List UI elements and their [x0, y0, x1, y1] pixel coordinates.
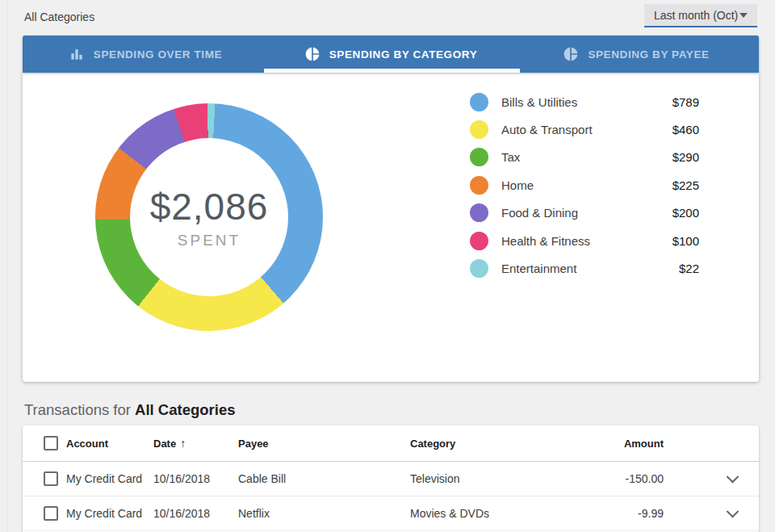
transactions-heading-prefix: Transactions for [24, 401, 135, 418]
cell-category: Television [410, 472, 588, 485]
expand-row-chevron-icon[interactable] [727, 470, 739, 483]
legend-color-dot [470, 232, 488, 250]
legend-item: Entertainment $22 [470, 254, 699, 282]
column-header-category: Category [410, 438, 588, 450]
total-spent-label: SPENT [178, 232, 241, 249]
legend-amount: $789 [672, 95, 699, 109]
legend-color-dot [470, 203, 488, 222]
tab-label: SPENDING BY PAYEE [588, 48, 709, 61]
legend-category-label: Home [501, 178, 672, 192]
cell-payee: Cable Bill [238, 472, 410, 485]
category-legend: Bills & Utilities $789 Auto & Transport … [470, 88, 699, 283]
transactions-table: Account Date↑ Payee Category Amount My C… [23, 425, 759, 532]
expand-row-chevron-icon[interactable] [727, 505, 739, 517]
category-scope-label: All Categories [24, 10, 94, 23]
period-dropdown-value: Last month (Oct) [654, 9, 738, 22]
legend-category-label: Food & Dining [501, 206, 672, 220]
cell-payee: Netflix [238, 507, 410, 520]
period-dropdown[interactable]: Last month (Oct) [644, 4, 757, 27]
legend-color-dot [470, 148, 488, 166]
total-spent-value: $2,086 [150, 185, 269, 228]
legend-amount: $22 [679, 262, 699, 275]
legend-color-dot [470, 259, 488, 278]
legend-amount: $290 [672, 150, 699, 164]
row-checkbox[interactable] [44, 506, 58, 521]
column-header-amount: Amount [588, 438, 664, 450]
select-all-checkbox[interactable] [44, 436, 58, 450]
transaction-row[interactable]: My Credit Card 10/16/2018 Cable Bill Tel… [23, 462, 759, 496]
cell-amount: -150.00 [588, 472, 664, 485]
legend-amount: $225 [672, 178, 699, 192]
row-checkbox[interactable] [44, 471, 58, 486]
spending-tabbar: SPENDING OVER TIME SPENDING BY CATEGORY … [23, 36, 759, 73]
spending-by-category-card: $2,086 SPENT Bills & Utilities $789 Auto… [23, 73, 759, 382]
legend-amount: $460 [672, 123, 699, 136]
legend-amount: $100 [672, 234, 699, 248]
legend-category-label: Entertainment [501, 262, 679, 275]
spending-panel: SPENDING OVER TIME SPENDING BY CATEGORY … [23, 36, 759, 382]
tab-spending-by-category[interactable]: SPENDING BY CATEGORY [268, 36, 513, 73]
legend-category-label: Auto & Transport [501, 123, 672, 136]
legend-category-label: Health & Fitness [501, 234, 672, 248]
dropdown-caret-icon [739, 13, 748, 18]
legend-color-dot [470, 93, 488, 111]
transactions-header-row: Account Date↑ Payee Category Amount [23, 425, 759, 462]
tab-spending-over-time[interactable]: SPENDING OVER TIME [23, 36, 268, 73]
transaction-row[interactable]: My Credit Card 10/16/2018 Netflix Movies… [23, 496, 759, 531]
column-header-date[interactable]: Date↑ [153, 437, 238, 450]
donut-center: $2,086 SPENT [130, 138, 288, 296]
tab-label: SPENDING BY CATEGORY [329, 48, 478, 61]
transactions-heading-scope: All Categories [135, 401, 235, 418]
legend-category-label: Tax [501, 150, 672, 164]
tab-label: SPENDING OVER TIME [94, 48, 222, 61]
bar-chart-icon [69, 46, 85, 62]
pie-chart-icon [304, 46, 320, 62]
legend-item: Health & Fitness $100 [470, 227, 699, 254]
transactions-heading: Transactions for All Categories [24, 401, 236, 419]
left-panel-divider [7, 0, 8, 532]
legend-category-label: Bills & Utilities [501, 95, 672, 109]
cell-date: 10/16/2018 [153, 507, 238, 520]
cell-category: Movies & DVDs [410, 507, 588, 520]
category-donut-chart[interactable]: $2,086 SPENT [95, 103, 323, 331]
legend-item: Tax $290 [470, 144, 699, 171]
cell-amount: -9.99 [588, 507, 664, 520]
legend-item: Auto & Transport $460 [470, 115, 699, 143]
sort-ascending-icon: ↑ [180, 437, 186, 450]
legend-amount: $200 [672, 206, 699, 220]
legend-item: Home $225 [470, 171, 699, 199]
legend-color-dot [470, 120, 488, 139]
legend-item: Food & Dining $200 [470, 199, 699, 227]
column-header-payee: Payee [238, 438, 410, 450]
cell-date: 10/16/2018 [153, 472, 238, 485]
pie-chart-icon [563, 46, 579, 62]
cell-account: My Credit Card [66, 472, 153, 485]
cell-account: My Credit Card [66, 507, 153, 520]
legend-color-dot [470, 176, 488, 195]
legend-item: Bills & Utilities $789 [470, 88, 699, 115]
tab-spending-by-payee[interactable]: SPENDING BY PAYEE [513, 36, 759, 73]
column-header-account: Account [66, 438, 153, 450]
topbar: All Categories Last month (Oct) [0, 0, 775, 36]
